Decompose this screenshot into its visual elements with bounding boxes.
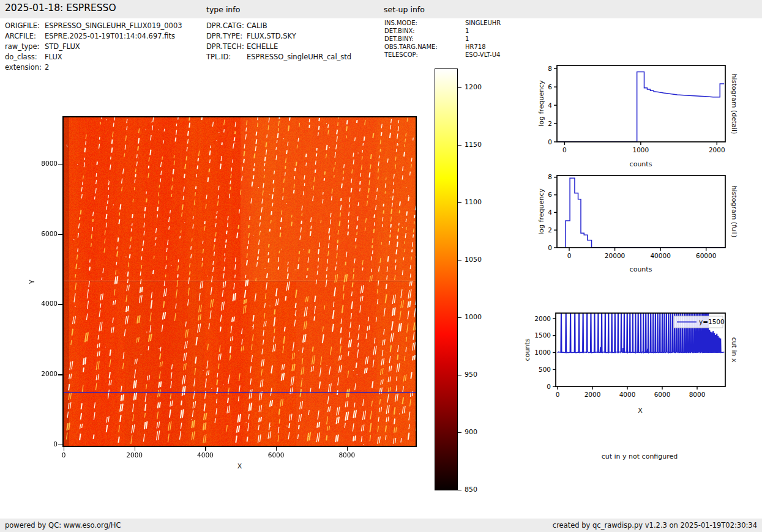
x-tick-label: 2000 bbox=[709, 146, 725, 153]
footer-created-by: created by qc_rawdisp.py v1.2.3 on 2025-… bbox=[553, 521, 757, 530]
x-tick-label: 60000 bbox=[696, 252, 716, 259]
x-tick-mark bbox=[276, 447, 277, 451]
info-row: ARCFILE:ESPRE.2025-01-19T01:14:04.697.fi… bbox=[5, 32, 182, 42]
colorbar-tick-mark bbox=[458, 260, 461, 260]
y-tick-label: 1000 bbox=[534, 349, 551, 356]
colorbar-tick-label: 1150 bbox=[465, 141, 495, 149]
info-value: HR718 bbox=[465, 43, 486, 50]
info-row: DPR.TECH:ECHELLE bbox=[206, 42, 351, 53]
info-value: CALIB bbox=[247, 21, 267, 30]
legend-label: y=1500 bbox=[699, 318, 725, 325]
legend: y=1500 bbox=[674, 316, 725, 328]
colorbar-tick-label: 1050 bbox=[465, 256, 495, 264]
x-tick-label: 0 bbox=[556, 391, 560, 398]
info-row: do_class:FLUX bbox=[5, 53, 182, 63]
cut-in-x-xaxis-label: X bbox=[638, 407, 643, 415]
histogram-full-plot: 020000400006000002468 bbox=[557, 175, 725, 248]
colorbar-tick-mark bbox=[458, 202, 461, 203]
y-tick-mark bbox=[58, 304, 62, 305]
colorbar-tick-mark bbox=[458, 375, 461, 375]
y-tick-label: 8000 bbox=[24, 160, 58, 167]
x-tick-label: 2000 bbox=[585, 391, 601, 398]
y-tick-label: 0 bbox=[548, 138, 552, 146]
histogram-detail-data-line bbox=[558, 72, 724, 142]
cut-in-x-yaxis-label: counts bbox=[523, 339, 531, 361]
x-tick-label: 0 bbox=[48, 451, 79, 459]
header-bar: 2025-01-18: ESPRESSO type info set-up in… bbox=[0, 0, 762, 18]
info-label: DPR.CATG: bbox=[206, 21, 247, 30]
info-row: OBS.TARG.NAME:HR718 bbox=[384, 43, 501, 51]
y-tick-label: 8 bbox=[548, 173, 552, 180]
colorbar-tick-mark bbox=[458, 145, 461, 146]
info-row: ORIGFILE:ESPRESSO_SINGLEUHR_FLUX019_0003 bbox=[5, 21, 182, 32]
cut-in-x-right-label: cut in x bbox=[730, 338, 738, 363]
type-info-block: DPR.CATG:CALIBDPR.TYPE:FLUX,STD,SKYDPR.T… bbox=[206, 21, 351, 63]
x-tick-label: 2000 bbox=[119, 451, 150, 459]
info-label: DET.BINY: bbox=[384, 35, 465, 42]
info-label: DPR.TECH: bbox=[206, 42, 247, 51]
colorbar-tick-label: 850 bbox=[465, 486, 495, 493]
info-value: FLUX bbox=[45, 53, 62, 61]
info-row: INS.MODE:SINGLEUHR bbox=[384, 20, 501, 28]
cut-in-x-plot: 020004000600080000500100015002000y=1500 bbox=[556, 313, 725, 386]
colorbar-tick-label: 1200 bbox=[465, 83, 495, 91]
cut-in-y-note: cut in y not configured bbox=[602, 453, 678, 460]
info-row: DPR.TYPE:FLUX,STD,SKY bbox=[206, 32, 351, 42]
setup-info-block: INS.MODE:SINGLEUHRDET.BINX:1DET.BINY:1OB… bbox=[384, 20, 501, 59]
type-info-header: type info bbox=[206, 5, 240, 14]
info-label: extension: bbox=[5, 63, 45, 72]
y-tick-mark bbox=[58, 374, 62, 375]
main-yaxis-label: Y bbox=[28, 279, 36, 284]
info-label: raw_type: bbox=[5, 42, 45, 51]
info-label: ORIGFILE: bbox=[5, 21, 45, 30]
info-value: STD_FLUX bbox=[45, 42, 80, 51]
y-tick-label: 4000 bbox=[24, 300, 58, 307]
info-value: ESPRESSO_SINGLEUHR_FLUX019_0003 bbox=[45, 21, 182, 30]
histogram-detail-right-label: histogram (detail) bbox=[730, 74, 738, 135]
info-row: DPR.CATG:CALIB bbox=[206, 21, 351, 32]
y-tick-label: 2000 bbox=[534, 315, 551, 322]
info-label: do_class: bbox=[5, 53, 45, 61]
y-tick-label: 0 bbox=[548, 244, 552, 251]
raw-frame-heatmap bbox=[64, 117, 416, 446]
info-row: TELESCOP:ESO-VLT-U4 bbox=[384, 51, 501, 59]
colorbar-tick-mark bbox=[458, 317, 461, 318]
info-value: FLUX,STD,SKY bbox=[247, 32, 296, 40]
info-row: raw_type:STD_FLUX bbox=[5, 42, 182, 53]
x-tick-label: 1000 bbox=[633, 146, 649, 153]
y-tick-mark bbox=[58, 164, 62, 164]
x-tick-label: 6000 bbox=[261, 451, 291, 459]
y-tick-label: 0 bbox=[547, 383, 551, 390]
info-value: 2 bbox=[45, 63, 49, 72]
histogram-full-xaxis-label: counts bbox=[630, 265, 652, 273]
info-label: TELESCOP: bbox=[384, 51, 465, 58]
x-tick-label: 0 bbox=[562, 146, 567, 153]
histogram-detail-yaxis-label: log frequency bbox=[537, 80, 545, 126]
x-tick-label: 0 bbox=[567, 252, 572, 259]
plot-frame bbox=[557, 65, 725, 142]
y-tick-label: 6000 bbox=[24, 230, 58, 237]
y-tick-label: 1500 bbox=[534, 331, 551, 339]
y-tick-label: 2 bbox=[548, 226, 552, 234]
main-xaxis-label: X bbox=[237, 462, 242, 470]
x-tick-label: 40000 bbox=[650, 252, 670, 259]
colorbar-tick-label: 1000 bbox=[465, 313, 495, 321]
y-tick-mark bbox=[58, 445, 62, 445]
x-tick-mark bbox=[135, 447, 135, 451]
histogram-full-yaxis-label: log frequency bbox=[537, 188, 545, 234]
histogram-detail-plot: 01000200002468 bbox=[557, 65, 725, 142]
x-tick-label: 6000 bbox=[654, 391, 671, 398]
y-tick-mark bbox=[58, 234, 62, 235]
y-tick-label: 6 bbox=[548, 191, 552, 198]
info-label: INS.MODE: bbox=[384, 20, 465, 26]
x-tick-label: 20000 bbox=[605, 252, 625, 259]
x-tick-mark bbox=[64, 447, 64, 451]
y-tick-label: 4 bbox=[548, 209, 552, 216]
x-tick-mark bbox=[347, 447, 348, 451]
y-tick-label: 4 bbox=[548, 102, 552, 109]
info-value: ECHELLE bbox=[247, 42, 278, 51]
info-value: ESPRE.2025-01-19T01:14:04.697.fits bbox=[45, 32, 175, 40]
x-tick-mark bbox=[205, 447, 206, 451]
x-tick-label: 8000 bbox=[689, 391, 706, 398]
colorbar-tick-label: 950 bbox=[465, 371, 495, 379]
